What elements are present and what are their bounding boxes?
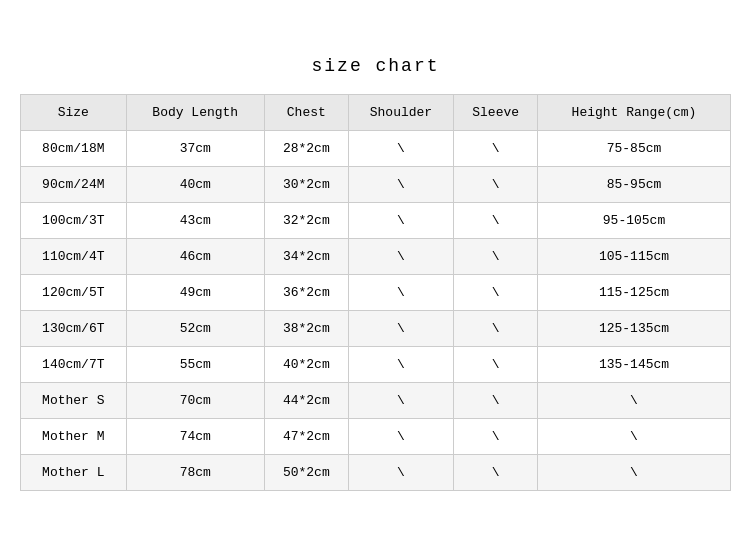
- table-cell: 28*2cm: [264, 131, 348, 167]
- table-cell: Mother S: [21, 383, 127, 419]
- table-header-cell: Shoulder: [348, 95, 454, 131]
- table-cell: \: [348, 167, 454, 203]
- table-cell: \: [348, 275, 454, 311]
- table-cell: \: [454, 311, 538, 347]
- table-cell: \: [538, 455, 731, 491]
- table-header-cell: Sleeve: [454, 95, 538, 131]
- table-header-row: SizeBody LengthChestShoulderSleeveHeight…: [21, 95, 731, 131]
- table-cell: \: [454, 347, 538, 383]
- table-cell: 80cm/18M: [21, 131, 127, 167]
- table-row: 100cm/3T43cm32*2cm\\95-105cm: [21, 203, 731, 239]
- main-container: size chart SizeBody LengthChestShoulderS…: [20, 56, 731, 491]
- table-cell: 130cm/6T: [21, 311, 127, 347]
- table-cell: 37cm: [126, 131, 264, 167]
- table-cell: \: [348, 131, 454, 167]
- table-header-cell: Size: [21, 95, 127, 131]
- table-cell: 49cm: [126, 275, 264, 311]
- table-cell: 115-125cm: [538, 275, 731, 311]
- table-cell: \: [538, 383, 731, 419]
- table-cell: 140cm/7T: [21, 347, 127, 383]
- table-cell: 135-145cm: [538, 347, 731, 383]
- table-cell: 34*2cm: [264, 239, 348, 275]
- size-chart-table: SizeBody LengthChestShoulderSleeveHeight…: [20, 94, 731, 491]
- table-cell: 46cm: [126, 239, 264, 275]
- table-cell: Mother L: [21, 455, 127, 491]
- table-row: Mother S70cm44*2cm\\\: [21, 383, 731, 419]
- table-cell: Mother M: [21, 419, 127, 455]
- table-row: 90cm/24M40cm30*2cm\\85-95cm: [21, 167, 731, 203]
- table-cell: \: [348, 455, 454, 491]
- table-body: 80cm/18M37cm28*2cm\\75-85cm90cm/24M40cm3…: [21, 131, 731, 491]
- table-cell: 85-95cm: [538, 167, 731, 203]
- table-cell: 40*2cm: [264, 347, 348, 383]
- table-cell: \: [538, 419, 731, 455]
- table-cell: 78cm: [126, 455, 264, 491]
- table-cell: \: [348, 383, 454, 419]
- table-header-cell: Chest: [264, 95, 348, 131]
- table-cell: 125-135cm: [538, 311, 731, 347]
- table-cell: 40cm: [126, 167, 264, 203]
- table-cell: 43cm: [126, 203, 264, 239]
- table-cell: 47*2cm: [264, 419, 348, 455]
- table-cell: 120cm/5T: [21, 275, 127, 311]
- table-cell: 100cm/3T: [21, 203, 127, 239]
- table-cell: \: [348, 311, 454, 347]
- table-cell: \: [454, 203, 538, 239]
- table-header-cell: Body Length: [126, 95, 264, 131]
- table-cell: 95-105cm: [538, 203, 731, 239]
- table-row: 130cm/6T52cm38*2cm\\125-135cm: [21, 311, 731, 347]
- page-title: size chart: [20, 56, 731, 76]
- table-cell: \: [454, 239, 538, 275]
- table-cell: \: [454, 131, 538, 167]
- table-row: 120cm/5T49cm36*2cm\\115-125cm: [21, 275, 731, 311]
- table-cell: 74cm: [126, 419, 264, 455]
- table-cell: 30*2cm: [264, 167, 348, 203]
- table-cell: 44*2cm: [264, 383, 348, 419]
- table-cell: 52cm: [126, 311, 264, 347]
- table-cell: 70cm: [126, 383, 264, 419]
- table-cell: 55cm: [126, 347, 264, 383]
- table-cell: \: [454, 167, 538, 203]
- table-row: 140cm/7T55cm40*2cm\\135-145cm: [21, 347, 731, 383]
- table-row: 80cm/18M37cm28*2cm\\75-85cm: [21, 131, 731, 167]
- table-cell: 90cm/24M: [21, 167, 127, 203]
- table-row: Mother L78cm50*2cm\\\: [21, 455, 731, 491]
- table-cell: \: [454, 275, 538, 311]
- table-cell: 110cm/4T: [21, 239, 127, 275]
- table-row: 110cm/4T46cm34*2cm\\105-115cm: [21, 239, 731, 275]
- table-cell: 32*2cm: [264, 203, 348, 239]
- table-header-cell: Height Range(cm): [538, 95, 731, 131]
- table-cell: \: [454, 455, 538, 491]
- table-cell: 38*2cm: [264, 311, 348, 347]
- table-cell: \: [348, 203, 454, 239]
- table-row: Mother M74cm47*2cm\\\: [21, 419, 731, 455]
- table-cell: 75-85cm: [538, 131, 731, 167]
- table-cell: \: [454, 383, 538, 419]
- table-cell: \: [348, 347, 454, 383]
- table-cell: 50*2cm: [264, 455, 348, 491]
- table-cell: \: [348, 419, 454, 455]
- table-cell: 105-115cm: [538, 239, 731, 275]
- table-cell: 36*2cm: [264, 275, 348, 311]
- table-cell: \: [348, 239, 454, 275]
- table-cell: \: [454, 419, 538, 455]
